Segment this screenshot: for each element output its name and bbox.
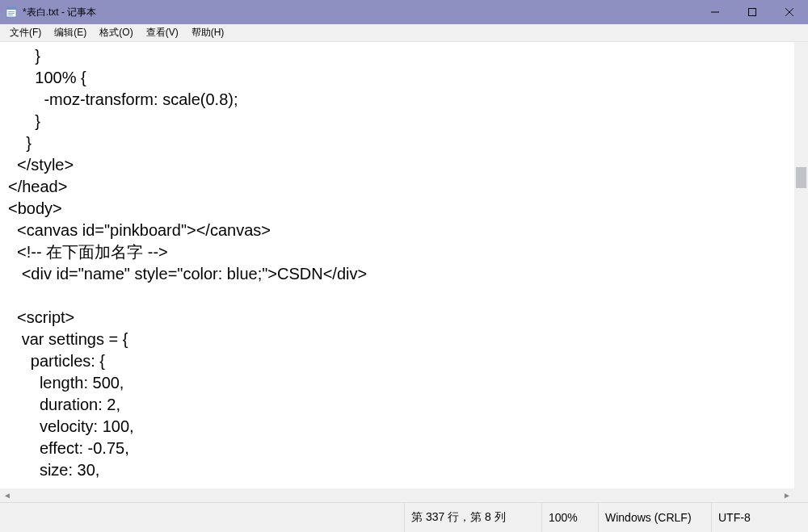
close-button[interactable] — [771, 0, 808, 24]
menubar: 文件(F) 编辑(E) 格式(O) 查看(V) 帮助(H) — [0, 24, 808, 42]
text-editor[interactable]: } 100% { -moz-transform: scale(0.8); } }… — [0, 42, 794, 488]
svg-rect-6 — [749, 9, 756, 16]
scroll-right-icon[interactable]: ► — [783, 491, 791, 500]
minimize-icon — [711, 8, 719, 16]
status-eol: Windows (CRLF) — [598, 503, 711, 532]
horizontal-scrollbar[interactable]: ◄ ► — [0, 488, 794, 502]
maximize-icon — [748, 8, 756, 16]
status-filler — [0, 503, 404, 532]
menu-format[interactable]: 格式(O) — [93, 24, 139, 41]
app-icon — [5, 6, 18, 19]
window-title: *表白.txt - 记事本 — [23, 6, 96, 19]
editor-area: } 100% { -moz-transform: scale(0.8); } }… — [0, 42, 808, 502]
scroll-corner — [794, 488, 808, 502]
menu-help[interactable]: 帮助(H) — [185, 24, 231, 41]
status-position: 第 337 行，第 8 列 — [404, 503, 541, 532]
menu-edit[interactable]: 编辑(E) — [48, 24, 93, 41]
minimize-button[interactable] — [696, 0, 734, 24]
titlebar[interactable]: *表白.txt - 记事本 — [0, 0, 808, 24]
menu-view[interactable]: 查看(V) — [140, 24, 185, 41]
svg-rect-1 — [6, 7, 16, 10]
statusbar: 第 337 行，第 8 列 100% Windows (CRLF) UTF-8 — [0, 502, 808, 532]
status-encoding: UTF-8 — [711, 503, 808, 532]
scroll-left-icon[interactable]: ◄ — [3, 491, 11, 500]
status-zoom: 100% — [541, 503, 598, 532]
vertical-scroll-thumb[interactable] — [796, 167, 806, 188]
maximize-button[interactable] — [734, 0, 771, 24]
vertical-scrollbar[interactable] — [794, 42, 808, 488]
menu-file[interactable]: 文件(F) — [3, 24, 48, 41]
close-icon — [785, 8, 793, 16]
